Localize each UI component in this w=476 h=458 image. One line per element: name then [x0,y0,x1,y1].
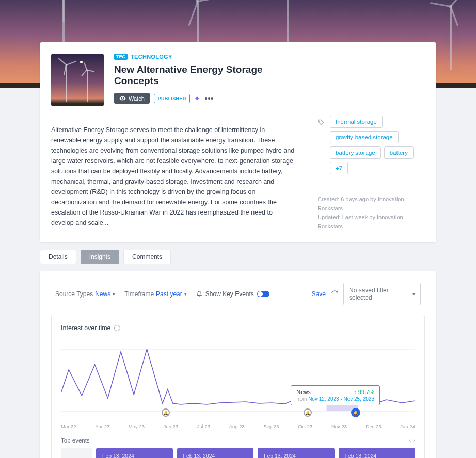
category-badge: TEC [114,54,128,60]
event-card[interactable]: Feb 13, 2024 Future-oriented climate pla… [177,448,254,458]
event-card[interactable]: Feb 13, 2024 The future of AI is about t… [339,448,416,458]
top-events-label: Top events [61,437,90,444]
chevron-down-icon: ▾ [412,291,415,297]
event-card-ghost[interactable]: akthrough bots [61,448,92,458]
tag-battery-storage[interactable]: battery storage [330,146,381,159]
sparkle-icon[interactable]: ✦ [194,94,200,103]
event-card[interactable]: Feb 13, 2024 US DOE launches $1.7M compe… [96,448,173,458]
next-arrow-icon[interactable]: › [413,437,415,444]
reset-icon[interactable] [331,290,338,299]
info-icon[interactable]: i [114,325,120,331]
tag-more[interactable]: +7 [330,162,348,174]
prev-arrow-icon[interactable]: ‹ [409,437,411,444]
tabs: Details Insights Comments [40,250,436,264]
bell-icon [196,291,202,297]
watch-button[interactable]: Watch [114,93,150,104]
more-menu-button[interactable]: ••• [204,94,214,103]
tag-icon [318,119,325,128]
key-events-toggle[interactable] [257,291,269,297]
timeframe-filter[interactable]: Timeframe Past year ▾ [124,290,187,298]
header-card: TEC TECHNOLOGY New Alternative Energy St… [40,42,436,242]
chart-x-axis: Mar 22 Apr 23 May 23 Jun 23 Jul 23 Aug 2… [61,423,415,429]
chart-tooltip: News ↑ 99.7% from Nov 12, 2023 - Nov 25,… [291,385,380,405]
key-events-label: Show Key Events [205,290,254,298]
save-button[interactable]: Save [312,290,326,298]
chevron-down-icon: ▾ [113,291,115,297]
events-list: akthrough bots Feb 13, 2024 US DOE launc… [61,448,415,458]
chevron-down-icon: ▾ [184,291,187,297]
tag-gravity-storage[interactable]: gravity-based storage [330,131,399,143]
created-text: Created: 6 days ago by Innovation Rockst… [318,195,425,213]
page-title: New Alternative Energy Storage Concepts [114,64,296,87]
saved-filter-select[interactable]: No saved filter selected ▾ [343,283,421,305]
tag-battery[interactable]: battery [384,146,414,159]
tab-comments[interactable]: Comments [123,250,171,264]
updated-text: Updated: Last week by Innovation Rocksta… [318,213,425,231]
category-text: TECHNOLOGY [131,54,172,60]
watch-label: Watch [129,95,145,102]
status-badge: PUBLISHED [154,94,191,103]
chart-title: Interest over time [61,324,111,332]
eye-icon [119,95,126,102]
svg-point-0 [320,121,320,121]
thumbnail-image [51,54,104,106]
tab-insights[interactable]: Insights [81,250,119,264]
tags-list: thermal storage gravity-based storage ba… [330,116,425,174]
line-chart [61,344,415,416]
source-types-filter[interactable]: Source Types News ▾ [55,290,115,298]
insights-panel: Source Types News ▾ Timeframe Past year … [40,271,436,458]
interest-chart-card: Interest over time i 🔔 🔔 🔔 News ↑ [51,315,425,458]
chart-area[interactable]: 🔔 🔔 🔔 News ↑ 99.7% from Nov 12, 2023 - N… [61,344,415,421]
description-text: Alternative Energy Storage serves to mee… [51,125,296,228]
event-card[interactable]: Feb 13, 2024 Experts raise alarm after B… [258,448,335,458]
tag-thermal-storage[interactable]: thermal storage [330,116,383,128]
tab-details[interactable]: Details [40,250,76,264]
